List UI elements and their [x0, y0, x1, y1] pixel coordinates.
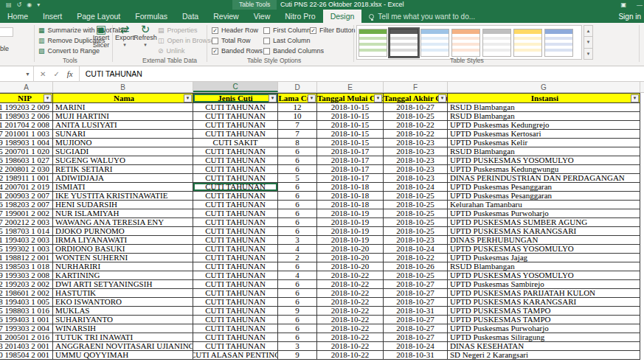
- cell[interactable]: DJOKO PURNOMO: [53, 227, 193, 236]
- cell[interactable]: 109 199303 2 008: [0, 271, 53, 280]
- cell[interactable]: RSUD Blambangan: [448, 262, 640, 271]
- checked-checkbox-icon[interactable]: ✓: [310, 27, 316, 34]
- cell[interactable]: IKE YUSTITA KRISTINAWATIE: [53, 192, 193, 201]
- table-header-cell-lama-cuti[interactable]: Lama Cuti▼: [278, 93, 317, 103]
- cell[interactable]: HENI SUDARSIH: [53, 201, 193, 209]
- cell[interactable]: CUTI TAHUNAN: [193, 218, 278, 227]
- cell[interactable]: 2018-10-20: [317, 254, 384, 262]
- ribbon-tab-home[interactable]: Home: [0, 10, 35, 23]
- cell[interactable]: 2018-10-18: [317, 183, 384, 192]
- cell[interactable]: RSUD Blambangan: [448, 112, 640, 121]
- cell[interactable]: UPTD PUSKESMAS YOSOMULYO: [448, 156, 640, 165]
- cell[interactable]: 2018-10-22: [317, 333, 384, 342]
- name-box-dropdown-icon[interactable]: ▼: [25, 72, 33, 77]
- cell[interactable]: 803 198503 1 018: [0, 262, 53, 271]
- save-icon[interactable]: ▤: [6, 0, 12, 10]
- cell[interactable]: UPTD PUSKESMAS YOSOMULYO: [448, 271, 640, 280]
- checked-checkbox-icon[interactable]: ✓: [212, 27, 218, 34]
- checkbox-header-row[interactable]: ✓Header Row: [212, 27, 258, 34]
- cell[interactable]: 2018-10-15: [317, 139, 384, 147]
- cell[interactable]: 2018-10-15: [317, 130, 384, 139]
- cell[interactable]: 105 200701 1 020: [0, 147, 53, 156]
- cell[interactable]: 2018-10-27: [384, 280, 448, 289]
- cell[interactable]: CUTI TAHUNAN: [193, 156, 278, 165]
- gallery-scroll-down-icon[interactable]: ▼: [584, 37, 593, 48]
- ribbon-tab-review[interactable]: Review: [206, 10, 246, 23]
- cell[interactable]: 6: [278, 165, 317, 174]
- cell[interactable]: CUTI TAHUNAN: [193, 324, 278, 333]
- cell[interactable]: UPTD Puskesmas Siliragung: [448, 333, 640, 342]
- cell[interactable]: UPTD Puskesmas Pesanggaran: [448, 192, 640, 201]
- cell[interactable]: CUTI TAHUNAN: [193, 298, 278, 307]
- filter-dropdown-icon[interactable]: ▼: [44, 94, 52, 102]
- cell[interactable]: SUNARI: [53, 130, 193, 139]
- cell[interactable]: DINAS KESEHATAN: [448, 342, 640, 351]
- cell[interactable]: UPTD PUSKESMAS KARANGSARI: [448, 298, 640, 307]
- checkbox-banded-rows[interactable]: ✓Banded Rows: [212, 47, 263, 55]
- gallery-scroll-up-icon[interactable]: ▲: [584, 25, 593, 37]
- cell[interactable]: NURHARIRI: [53, 262, 193, 271]
- cell[interactable]: 216 198203 2 007: [0, 201, 53, 209]
- cell[interactable]: CUTI TAHUNAN: [193, 289, 278, 298]
- cell[interactable]: 9: [278, 307, 317, 316]
- customize-qat-icon[interactable]: ▾: [37, 0, 40, 10]
- cell[interactable]: 2018-10-15: [317, 112, 384, 121]
- unchecked-checkbox-icon[interactable]: [212, 38, 218, 44]
- cell[interactable]: 3: [278, 236, 317, 245]
- cell[interactable]: 2018-10-27: [384, 298, 448, 307]
- table-name-input[interactable]: [0, 27, 13, 37]
- cell[interactable]: 2018-10-17: [317, 174, 384, 183]
- cell[interactable]: RETIK SETIARI: [53, 165, 193, 174]
- cell[interactable]: CUTI TAHUNAN: [193, 192, 278, 201]
- cell[interactable]: 2018-10-22: [317, 271, 384, 280]
- cell[interactable]: 6: [278, 183, 317, 192]
- cell[interactable]: UPTD Puskesmas Jajag: [448, 254, 640, 262]
- checkbox-total-row[interactable]: Total Row: [212, 37, 251, 44]
- cell[interactable]: 2: [278, 254, 317, 262]
- cell[interactable]: EKO ISWANTORO: [53, 298, 193, 307]
- cell[interactable]: 6: [278, 201, 317, 209]
- cell[interactable]: 6: [278, 324, 317, 333]
- table-header-cell-tanggal-akhir-cuti[interactable]: Tanggal Akhir Cuti▼: [384, 93, 448, 103]
- cell[interactable]: UPTD Puskesmas Kedungrejo: [448, 121, 640, 130]
- cell[interactable]: 2018-10-17: [317, 165, 384, 174]
- filter-dropdown-icon[interactable]: ▼: [269, 94, 277, 102]
- table-style-orange[interactable]: [451, 29, 480, 57]
- column-header-C[interactable]: C: [193, 82, 278, 92]
- cell[interactable]: UPTD Puskesmas Purwoharjo: [448, 324, 640, 333]
- cell[interactable]: CUTI TAHUNAN: [193, 121, 278, 130]
- cell[interactable]: 2018-10-22: [317, 351, 384, 360]
- cell[interactable]: UPTD Puskesmas Kedungwungu: [448, 165, 640, 174]
- cell[interactable]: CUTI TAHUNAN: [193, 130, 278, 139]
- table-header-cell-nip[interactable]: NIP▼: [0, 93, 53, 103]
- cell[interactable]: CUTI TAHUNAN: [193, 209, 278, 218]
- filter-dropdown-icon[interactable]: ▼: [374, 94, 382, 102]
- cell[interactable]: MUJIONO: [53, 139, 193, 147]
- ribbon-tab-formulas[interactable]: Formulas: [128, 10, 175, 23]
- cell[interactable]: UPTD PUSKESMAS SUMBER AGUNG: [448, 218, 640, 227]
- cell[interactable]: 7: [278, 121, 317, 130]
- tell-me-box[interactable]: Tell me what you want to do...: [361, 10, 475, 23]
- cell[interactable]: 301 199203 2 009: [0, 103, 53, 112]
- cell[interactable]: 2018-10-26: [384, 262, 448, 271]
- cell[interactable]: 712 200801 2 030: [0, 165, 53, 174]
- name-box[interactable]: ▼: [0, 66, 34, 82]
- cell[interactable]: CUTI TAHUNAN: [193, 245, 278, 254]
- cell[interactable]: KARTINING: [53, 271, 193, 280]
- cell[interactable]: 2018-10-22: [317, 316, 384, 324]
- filter-dropdown-icon[interactable]: ▼: [308, 94, 316, 102]
- cell[interactable]: UPTD PUSKESMAS TAMPO: [448, 307, 640, 316]
- cell[interactable]: 2018-10-22: [317, 289, 384, 298]
- cell[interactable]: 605 198703 1 014: [0, 227, 53, 236]
- ribbon-tab-data[interactable]: Data: [175, 10, 206, 23]
- cell[interactable]: 8: [278, 139, 317, 147]
- cell[interactable]: 12: [278, 103, 317, 112]
- table-style-light-blue[interactable]: [420, 29, 449, 57]
- unchecked-checkbox-icon[interactable]: [263, 48, 270, 55]
- cell[interactable]: 811 200903 2 007: [0, 192, 53, 201]
- cell[interactable]: CUTI TAHUNAN: [193, 174, 278, 183]
- cell[interactable]: Kelurahan Tamanbaru: [448, 201, 640, 209]
- cell[interactable]: 2018-10-18: [317, 201, 384, 209]
- cell[interactable]: ISMIATI: [53, 183, 193, 192]
- cell[interactable]: 6: [278, 192, 317, 201]
